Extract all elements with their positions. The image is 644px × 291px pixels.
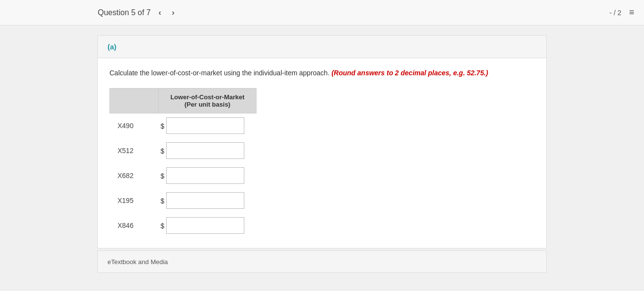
question-body: Calculate the lower-of-cost-or-market us… bbox=[98, 58, 546, 248]
etextbook-footer: eTextbook and Media bbox=[97, 250, 547, 273]
row-label-x682: X682 bbox=[110, 163, 159, 188]
question-card: (a) Calculate the lower-of-cost-or-marke… bbox=[97, 35, 547, 248]
next-question-button[interactable]: › bbox=[169, 6, 177, 19]
question-navigation: Question 5 of 7 ‹ › bbox=[98, 6, 177, 19]
value-input-x512[interactable] bbox=[166, 142, 244, 159]
dollar-sign: $ bbox=[161, 222, 167, 230]
dollar-sign: $ bbox=[161, 197, 167, 205]
question-text: Calculate the lower-of-cost-or-market us… bbox=[109, 68, 535, 78]
part-label: (a) bbox=[107, 43, 116, 51]
table-header-empty bbox=[110, 89, 159, 113]
round-note: (Round answers to 2 decimal places, e.g.… bbox=[331, 69, 488, 77]
question-text-main: Calculate the lower-of-cost-or-market us… bbox=[109, 69, 330, 77]
table-header-lcm: Lower-of-Cost-or-Market (Per unit basis) bbox=[159, 89, 257, 113]
main-content: (a) Calculate the lower-of-cost-or-marke… bbox=[87, 25, 557, 283]
table-row: X846$ bbox=[110, 213, 257, 238]
row-label-x195: X195 bbox=[110, 188, 159, 213]
value-input-x195[interactable] bbox=[166, 192, 244, 209]
input-cell-x512: $ bbox=[159, 138, 257, 163]
part-header: (a) bbox=[98, 36, 546, 58]
top-navigation-bar: Question 5 of 7 ‹ › - / 2 ≡ bbox=[0, 0, 644, 25]
prev-question-button[interactable]: ‹ bbox=[156, 6, 164, 19]
dollar-sign: $ bbox=[161, 122, 167, 130]
value-input-x682[interactable] bbox=[166, 167, 244, 184]
input-cell-x682: $ bbox=[159, 163, 257, 188]
table-row: X490$ bbox=[110, 113, 257, 138]
data-table: Lower-of-Cost-or-Market (Per unit basis)… bbox=[109, 88, 257, 238]
input-cell-x846: $ bbox=[159, 213, 257, 238]
table-row: X682$ bbox=[110, 163, 257, 188]
table-header-line1: Lower-of-Cost-or-Market bbox=[171, 93, 245, 101]
value-input-x490[interactable] bbox=[166, 117, 244, 134]
table-header-line2: (Per unit basis) bbox=[185, 101, 231, 108]
row-label-x846: X846 bbox=[110, 213, 159, 238]
table-row: X512$ bbox=[110, 138, 257, 163]
page-indicator: - / 2 bbox=[609, 9, 621, 17]
dollar-sign: $ bbox=[161, 172, 167, 180]
dollar-sign: $ bbox=[161, 147, 167, 155]
list-icon[interactable]: ≡ bbox=[629, 7, 634, 18]
row-label-x512: X512 bbox=[110, 138, 159, 163]
top-bar-right: - / 2 ≡ bbox=[609, 7, 634, 18]
row-label-x490: X490 bbox=[110, 113, 159, 138]
input-cell-x490: $ bbox=[159, 113, 257, 138]
value-input-x846[interactable] bbox=[166, 217, 244, 234]
etextbook-text: eTextbook and Media bbox=[107, 258, 168, 266]
input-cell-x195: $ bbox=[159, 188, 257, 213]
table-row: X195$ bbox=[110, 188, 257, 213]
question-title: Question 5 of 7 bbox=[98, 8, 151, 17]
